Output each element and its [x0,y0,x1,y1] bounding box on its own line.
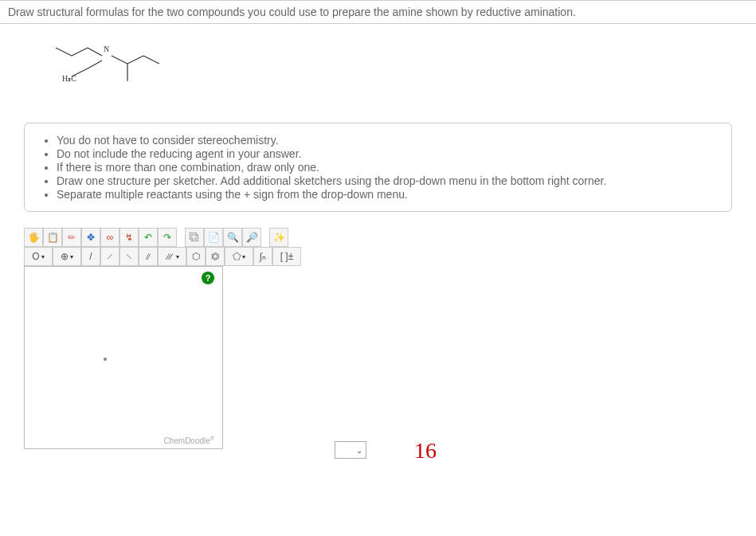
instruction-item: Do not include the reducing agent in you… [57,147,719,160]
chain-icon[interactable]: ∞ [100,228,119,247]
charge-selector[interactable]: ⊕ [53,247,81,266]
hand-tool-icon[interactable]: 🖐 [24,228,43,247]
add-sketcher-dropdown[interactable]: ⌄ [335,441,366,459]
svg-line-5 [143,56,159,64]
svg-text:H₃C: H₃C [62,74,76,83]
instruction-item: Separate multiple reactants using the + … [57,188,719,201]
element-selector[interactable]: O [24,247,53,266]
question-prompt: Draw structural formulas for the two com… [0,0,756,24]
paste-icon[interactable]: 📄 [204,228,223,247]
redo-icon[interactable]: ↷ [158,228,177,247]
double-bond-icon[interactable]: ⫽ [139,247,158,266]
svg-text:N: N [104,45,109,53]
atom-placeholder[interactable] [104,358,107,361]
svg-line-1 [72,48,88,56]
zoom-in-icon[interactable]: 🔍 [223,228,242,247]
triple-bond-icon[interactable]: ⫻ [158,247,186,266]
instruction-item: Draw one structure per sketcher. Add add… [57,174,719,187]
move-icon[interactable]: ✥ [81,228,100,247]
svg-line-2 [88,48,102,56]
clipboard-icon[interactable]: 📋 [43,228,62,247]
chevron-down-icon: ⌄ [356,446,362,455]
dash-bond-icon[interactable]: ⟍ [119,247,139,266]
undo-icon[interactable]: ↶ [139,228,158,247]
drawing-canvas[interactable]: ? ChemDoodle® [24,266,223,449]
instruction-item: You do not have to consider stereochemis… [57,134,719,147]
benzene-ring-icon[interactable]: ⏣ [206,247,225,266]
handwritten-annotation: 16 [414,438,437,464]
clean-icon[interactable]: ✨ [269,228,288,247]
chemdoodle-watermark: ChemDoodle® [163,436,214,445]
single-bond-icon[interactable]: / [81,247,100,266]
instructions-list: You do not have to consider stereochemis… [57,134,719,201]
zoom-out-icon[interactable]: 🔎 [242,228,261,247]
instructions-panel: You do not have to consider stereochemis… [24,123,732,212]
svg-line-7 [88,61,102,68]
sketcher-widget: 🖐 📋 ✏ ✥ ∞ ↯ ↶ ↷ ⿻ 📄 🔍 🔎 ✨ O ⊕ / ⟋ ⟍ ⫽ ⫻ … [24,228,374,449]
cn-group-icon[interactable]: ∫ₙ [253,247,272,266]
svg-line-0 [56,48,72,56]
wedge-bond-icon[interactable]: ⟋ [100,247,119,266]
toolbar-row-2: O ⊕ / ⟋ ⟍ ⫽ ⫻ ⬡ ⏣ ⬠ ∫ₙ [ ]± [24,247,374,266]
eraser-icon[interactable]: ✏ [62,228,81,247]
target-molecule: N H₃C [48,40,708,107]
pentagon-ring-icon[interactable]: ⬠ [225,247,253,266]
bracket-icon[interactable]: [ ]± [272,247,301,266]
hexagon-ring-icon[interactable]: ⬡ [186,247,206,266]
template-icon[interactable]: ↯ [119,228,139,247]
instruction-item: If there is more than one combination, d… [57,161,719,174]
help-icon[interactable]: ? [202,272,214,284]
svg-line-3 [112,56,127,64]
molecule-svg: N H₃C [48,40,175,104]
svg-line-4 [127,56,143,64]
copy-icon[interactable]: ⿻ [185,228,204,247]
toolbar-row-1: 🖐 📋 ✏ ✥ ∞ ↯ ↶ ↷ ⿻ 📄 🔍 🔎 ✨ [24,228,374,247]
